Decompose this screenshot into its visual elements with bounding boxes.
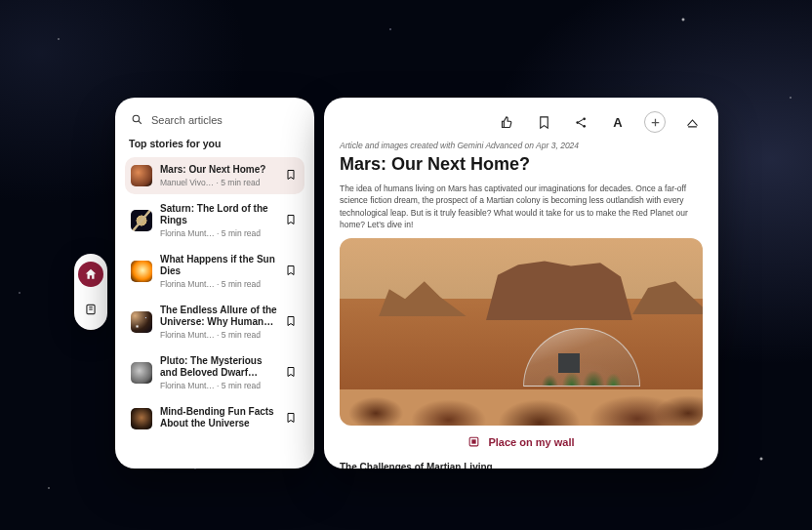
story-text: Pluto: The Mysterious and Beloved Dwarf … (160, 355, 277, 390)
article-panel: A Article and images created with Gemini… (324, 98, 718, 469)
share-icon (574, 115, 589, 130)
bookmark-button[interactable] (285, 364, 299, 382)
svg-line-8 (579, 119, 583, 122)
place-on-wall-label: Place on my wall (488, 436, 574, 448)
svg-point-7 (583, 124, 586, 127)
story-thumb (131, 165, 152, 186)
bookmark-icon (285, 412, 297, 424)
stories-list: Mars: Our Next Home?Manuel Vivo… · 5 min… (125, 157, 304, 438)
bookmark-button[interactable] (285, 313, 299, 331)
stories-heading: Top stories for you (125, 136, 304, 157)
wall-icon (467, 435, 480, 448)
story-subtitle: Florina Munt… · 5 min read (160, 330, 277, 340)
story-text: What Happens if the Sun DiesFlorina Munt… (160, 254, 277, 289)
story-title: Pluto: The Mysterious and Beloved Dwarf … (160, 355, 277, 379)
story-subtitle: Manuel Vivo… · 5 min read (160, 178, 277, 187)
story-title: Mars: Our Next Home? (160, 164, 277, 176)
search-input[interactable]: Search articles (125, 111, 304, 136)
bookmark-button[interactable] (285, 410, 299, 428)
like-button[interactable] (496, 111, 517, 133)
svg-line-9 (579, 123, 583, 126)
story-title: The Endless Allure of the Universe: Why … (160, 305, 277, 328)
bookmark-button[interactable] (285, 263, 299, 280)
story-subtitle: Florina Munt… · 5 min read (160, 279, 277, 289)
list-item[interactable]: Pluto: The Mysterious and Beloved Dwarf … (125, 348, 304, 397)
story-title: Saturn: The Lord of the Rings (160, 203, 277, 226)
stories-panel: Search articles Top stories for you Mars… (115, 98, 314, 469)
story-text: Mind-Bending Fun Facts About the Univers… (160, 406, 277, 431)
nav-home-button[interactable] (78, 262, 103, 287)
bookmark-icon (285, 214, 297, 225)
thumb-up-icon (500, 115, 514, 130)
story-thumb (131, 261, 152, 282)
add-button[interactable] (644, 111, 666, 133)
article-subheading: The Challenges of Martian Living (340, 462, 703, 469)
share-button[interactable] (570, 111, 591, 133)
svg-point-3 (133, 115, 140, 122)
story-title: Mind-Bending Fun Facts About the Univers… (160, 406, 277, 429)
place-on-wall-button[interactable]: Place on my wall (340, 435, 703, 456)
text-size-button[interactable]: A (607, 111, 629, 133)
svg-rect-13 (472, 440, 476, 444)
bookmark-button[interactable] (285, 212, 299, 229)
nav-rail (74, 254, 107, 330)
list-item[interactable]: Mind-Bending Fun Facts About the Univers… (125, 399, 304, 438)
story-thumb (131, 311, 152, 333)
list-item[interactable]: What Happens if the Sun DiesFlorina Munt… (125, 247, 304, 296)
home-icon (84, 267, 98, 281)
search-placeholder: Search articles (151, 114, 223, 126)
article-toolbar: A (340, 111, 703, 141)
library-icon (84, 303, 98, 316)
article-hero-image (340, 238, 703, 426)
nav-library-button[interactable] (78, 297, 103, 322)
svg-line-4 (139, 121, 142, 124)
story-thumb (131, 210, 152, 231)
svg-point-6 (583, 117, 586, 120)
hero-dome (523, 328, 640, 387)
export-icon (685, 115, 700, 130)
bookmark-icon (285, 169, 297, 181)
story-text: Saturn: The Lord of the RingsFlorina Mun… (160, 203, 277, 238)
text-size-label: A (613, 115, 622, 130)
bookmark-icon (285, 315, 297, 327)
bookmark-icon (285, 265, 297, 276)
story-subtitle: Florina Munt… · 5 min read (160, 228, 277, 238)
list-item[interactable]: Saturn: The Lord of the RingsFlorina Mun… (125, 196, 304, 245)
svg-point-5 (576, 121, 579, 124)
bookmark-button[interactable] (285, 167, 299, 184)
story-thumb (131, 362, 152, 384)
list-item[interactable]: The Endless Allure of the Universe: Why … (125, 298, 304, 347)
story-thumb (131, 408, 152, 429)
story-text: Mars: Our Next Home?Manuel Vivo… · 5 min… (160, 164, 277, 187)
bookmark-icon (537, 115, 551, 130)
article-lede: The idea of humans living on Mars has ca… (340, 183, 703, 230)
list-item[interactable]: Mars: Our Next Home?Manuel Vivo… · 5 min… (125, 157, 304, 194)
bookmark-icon (285, 366, 297, 378)
story-text: The Endless Allure of the Universe: Why … (160, 305, 277, 340)
add-icon (648, 115, 663, 130)
bookmark-button[interactable] (533, 111, 554, 133)
search-icon (131, 113, 143, 126)
export-button[interactable] (681, 111, 703, 133)
article-headline: Mars: Our Next Home? (340, 154, 703, 175)
article-attribution: Article and images created with Gemini A… (340, 141, 703, 150)
story-title: What Happens if the Sun Dies (160, 254, 277, 277)
story-subtitle: Florina Munt… · 5 min read (160, 381, 277, 390)
